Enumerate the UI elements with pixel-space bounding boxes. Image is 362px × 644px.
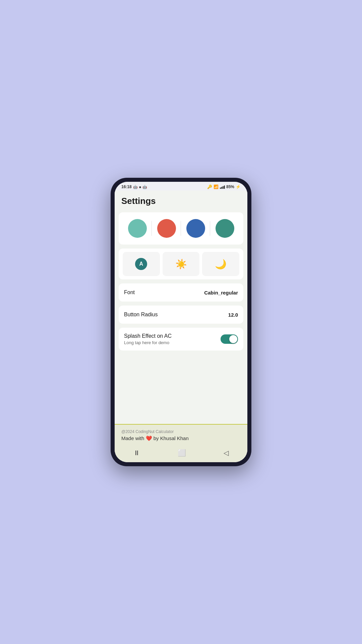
wifi-icon: 📶	[214, 184, 219, 189]
android-icon: 🤖	[133, 185, 138, 189]
phone-frame: 16:18 🤖 ■ 🤖 🔑 📶 85% ⚡	[111, 178, 251, 466]
theme-light[interactable]: ☀️	[163, 252, 200, 276]
splash-subtitle: Long tap here for demo	[124, 340, 221, 345]
nav-pause-icon[interactable]: ⏸	[133, 449, 140, 457]
color-picker-section	[119, 212, 243, 245]
splash-title: Splash Effect on AC	[124, 333, 221, 339]
page-title: Settings	[121, 196, 241, 206]
status-bar: 16:18 🤖 ■ 🤖 🔑 📶 85% ⚡	[115, 182, 247, 191]
toggle-thumb	[229, 335, 237, 343]
status-time: 16:18	[121, 184, 132, 189]
font-setting-row[interactable]: Font Cabin_regular	[119, 283, 243, 302]
status-icon-1: ■	[139, 185, 141, 189]
status-left: 16:18 🤖 ■ 🤖	[121, 184, 147, 189]
button-radius-row[interactable]: Button Radius 12.0	[119, 306, 243, 324]
color-option-teal[interactable]	[123, 216, 152, 240]
splash-effect-section[interactable]: Splash Effect on AC Long tap here for de…	[119, 328, 243, 351]
status-right: 🔑 📶 85% ⚡	[207, 184, 241, 189]
footer-made-with: Made with ❤️ by Khusal Khan	[121, 435, 241, 441]
theme-section: A ☀️ 🌙	[119, 249, 243, 279]
bottom-nav: ⏸ ⬜ ◁	[115, 445, 247, 462]
battery-percent: 85%	[226, 184, 234, 189]
font-label: Font	[124, 289, 135, 296]
screen-content: Settings	[115, 191, 247, 462]
footer-section: @2024 CodingNut Calculator Made with ❤️ …	[115, 424, 247, 445]
color-circle-teal	[128, 219, 147, 238]
color-row	[123, 216, 239, 240]
footer-spacer	[115, 353, 247, 424]
button-radius-section: Button Radius 12.0	[119, 306, 243, 324]
battery-charging-icon: ⚡	[236, 184, 241, 189]
auto-theme-icon: A	[135, 258, 147, 270]
color-option-blue[interactable]	[181, 216, 210, 240]
button-radius-label: Button Radius	[124, 312, 158, 318]
signal-icon	[220, 185, 225, 189]
theme-row: A ☀️ 🌙	[123, 252, 239, 276]
theme-dark[interactable]: 🌙	[202, 252, 239, 276]
button-radius-value: 12.0	[228, 312, 238, 318]
key-icon: 🔑	[207, 184, 212, 189]
dark-theme-icon: 🌙	[215, 259, 227, 270]
nav-home-icon[interactable]: ⬜	[178, 449, 186, 457]
color-circle-red	[157, 219, 176, 238]
color-option-dark-teal[interactable]	[210, 216, 239, 240]
light-theme-icon: ☀️	[175, 259, 187, 270]
color-circle-blue	[186, 219, 205, 238]
nav-back-icon[interactable]: ◁	[224, 449, 229, 457]
splash-text-area: Splash Effect on AC Long tap here for de…	[124, 333, 221, 345]
theme-auto[interactable]: A	[123, 252, 160, 276]
font-section: Font Cabin_regular	[119, 283, 243, 302]
toggle-track	[221, 334, 238, 344]
android-icon-2: 🤖	[142, 185, 147, 189]
color-option-red[interactable]	[152, 216, 181, 240]
page-title-area: Settings	[115, 191, 247, 210]
font-value: Cabin_regular	[204, 290, 238, 296]
splash-row: Splash Effect on AC Long tap here for de…	[124, 333, 238, 345]
color-circle-dark-teal	[216, 219, 234, 238]
footer-copyright: @2024 CodingNut Calculator	[121, 429, 241, 434]
phone-screen: 16:18 🤖 ■ 🤖 🔑 📶 85% ⚡	[115, 182, 247, 462]
splash-toggle[interactable]	[221, 334, 238, 344]
